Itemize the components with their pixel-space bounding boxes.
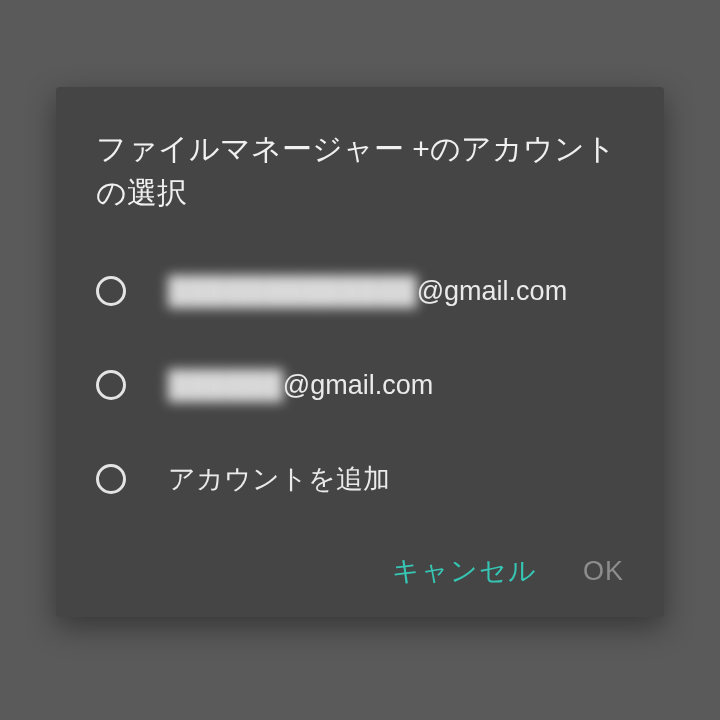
add-account-option[interactable]: アカウントを追加 bbox=[96, 432, 624, 526]
email-suffix: @gmail.com bbox=[283, 370, 433, 401]
ok-button[interactable]: OK bbox=[583, 556, 624, 587]
obscured-text: █████████████ bbox=[168, 276, 417, 307]
account-option-2[interactable]: ██████ @gmail.com bbox=[96, 338, 624, 432]
dialog-title: ファイルマネージャー +のアカウントの選択 bbox=[96, 127, 624, 214]
cancel-button[interactable]: キャンセル bbox=[392, 553, 537, 589]
account-picker-dialog: ファイルマネージャー +のアカウントの選択 █████████████ @gma… bbox=[56, 87, 664, 617]
dialog-buttons: キャンセル OK bbox=[392, 553, 624, 589]
account-option-1[interactable]: █████████████ @gmail.com bbox=[96, 244, 624, 338]
radio-icon bbox=[96, 370, 126, 400]
account-email-1: █████████████ @gmail.com bbox=[168, 276, 567, 307]
obscured-text: ██████ bbox=[168, 370, 283, 401]
add-account-label: アカウントを追加 bbox=[168, 461, 390, 497]
email-suffix: @gmail.com bbox=[417, 276, 567, 307]
radio-icon bbox=[96, 276, 126, 306]
account-options: █████████████ @gmail.com ██████ @gmail.c… bbox=[96, 244, 624, 526]
radio-icon bbox=[96, 464, 126, 494]
account-email-2: ██████ @gmail.com bbox=[168, 370, 433, 401]
